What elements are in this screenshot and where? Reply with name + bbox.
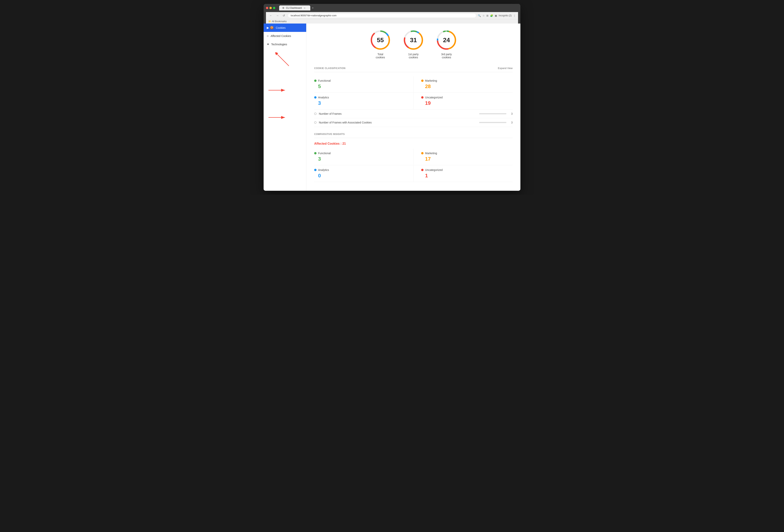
analytics-text: Analytics	[318, 96, 329, 99]
comp-functional-text: Functional	[318, 152, 331, 155]
total-cookies-circle: 55	[370, 29, 391, 51]
main-content: 55 Totalcookies	[306, 24, 521, 191]
bookmarks-bar: 📁 All Bookmarks	[266, 19, 518, 24]
sidebar-item-affected-cookies[interactable]: ○ Affected Cookies	[263, 32, 306, 40]
frames-1-value: 3	[509, 112, 513, 115]
menu-icon[interactable]: ⋮	[513, 14, 516, 17]
comparative-grid: Functional 3 Marketing 17	[314, 149, 513, 182]
affected-cookies-icon: ○	[267, 34, 269, 38]
marketing-value: 28	[421, 83, 513, 89]
forward-button[interactable]: →	[275, 13, 280, 18]
back-button[interactable]: ←	[268, 13, 273, 18]
uncategorized-dot	[421, 96, 423, 98]
browser-window: ⚙ CLI Dashboard ✕ + ← → ↺ localhost:9000…	[263, 4, 521, 191]
browser-chrome: ⚙ CLI Dashboard ✕ + ← → ↺ localhost:9000…	[263, 4, 521, 24]
comp-analytics-value: 0	[314, 173, 405, 179]
comp-analytics: Analytics 0	[314, 165, 413, 182]
functional-dot	[314, 80, 316, 82]
expand-view-button[interactable]: Expand View	[498, 67, 513, 69]
cookies-icon: ▶ 🍪	[267, 26, 274, 30]
uncategorized-text: Uncategorized	[425, 96, 443, 99]
sidebar-item-technologies[interactable]: ✦ Technologies	[263, 40, 306, 49]
screenshot-icon[interactable]: ⊞	[486, 14, 488, 17]
sidebar-item-technologies-label: Technologies	[271, 43, 287, 46]
sidebar-item-affected-cookies-label: Affected Cookies	[271, 34, 291, 37]
marketing-dot	[421, 80, 423, 82]
frames-1-dot	[314, 113, 316, 115]
functional-label: Functional	[314, 79, 405, 82]
svg-line-1	[277, 54, 289, 66]
comp-marketing-value: 17	[421, 156, 513, 162]
fullscreen-button[interactable]	[273, 7, 275, 9]
affected-cookies-label: Affected Cookies : 21	[314, 142, 513, 145]
analytics-dot	[314, 96, 316, 98]
arrow-up-left	[275, 52, 291, 68]
uncategorized-value: 19	[421, 100, 513, 106]
toolbar-actions: 🔍 ☆ ⊞ 🧩 ▣ Incognito (2) ⋮	[478, 14, 516, 17]
classification-header: COOKIE CLASSIFICATION Expand View	[314, 67, 513, 72]
comp-uncategorized: Uncategorized 1	[413, 165, 513, 182]
browser-toolbar: ← → ↺ localhost:9000/?dir=nationalgeogra…	[266, 12, 518, 19]
zoom-icon[interactable]: 🔍	[478, 14, 481, 17]
comp-analytics-label: Analytics	[314, 168, 405, 172]
comparative-title: COMPARATIVE INSIGHTS	[314, 133, 345, 136]
arrow-right-1	[268, 87, 287, 93]
active-tab[interactable]: ⚙ CLI Dashboard ✕	[279, 5, 310, 10]
analytics-label: Analytics	[314, 96, 405, 99]
stat-third-party: 24 3rd partycookies	[436, 29, 457, 59]
functional-text: Functional	[318, 79, 331, 82]
total-cookies-value: 55	[377, 36, 384, 44]
comp-uncategorized-label: Uncategorized	[421, 168, 513, 172]
tab-title: CLI Dashboard	[286, 7, 302, 9]
minimize-button[interactable]	[270, 7, 272, 9]
extensions-icon[interactable]: 🧩	[490, 14, 493, 17]
comp-uncategorized-value: 1	[421, 173, 513, 179]
third-party-circle: 24	[436, 29, 457, 51]
sidebar-item-cookies[interactable]: ▶ 🍪 Cookies	[263, 24, 306, 32]
third-party-value: 24	[443, 36, 450, 44]
bookmark-star-icon[interactable]: ☆	[482, 14, 485, 17]
first-party-circle: 31	[403, 29, 424, 51]
third-party-label: 3rd partycookies	[436, 53, 457, 59]
sidebar-toggle-icon[interactable]: ▣	[495, 14, 497, 17]
technologies-icon: ✦	[267, 42, 269, 46]
refresh-button[interactable]: ↺	[281, 13, 286, 18]
comp-marketing: Marketing 17	[413, 149, 513, 165]
classification-marketing: Marketing 28	[413, 76, 513, 93]
frames-1-label: Number of Frames	[319, 112, 477, 115]
comparative-header: COMPARATIVE INSIGHTS	[314, 133, 513, 138]
arrow-right-2	[268, 115, 287, 120]
comp-marketing-dot	[421, 152, 423, 154]
comp-analytics-text: Analytics	[318, 168, 329, 172]
first-party-value: 31	[410, 36, 417, 44]
bookmarks-label: All Bookmarks	[272, 20, 287, 23]
classification-functional: Functional 5	[314, 76, 413, 93]
comp-functional-label: Functional	[314, 152, 405, 155]
stat-first-party: 31 1st partycookies	[403, 29, 424, 59]
tab-bar: ⚙ CLI Dashboard ✕ +	[279, 5, 513, 10]
frames-2-value: 3	[509, 121, 513, 124]
stat-total-cookies: 55 Totalcookies	[370, 29, 391, 59]
marketing-text: Marketing	[425, 79, 437, 82]
analytics-value: 3	[314, 100, 405, 106]
comp-analytics-dot	[314, 169, 316, 171]
tab-close-button[interactable]: ✕	[303, 7, 306, 9]
frames-row-2: Number of Frames with Associated Cookies…	[314, 118, 513, 127]
incognito-label: Incognito (2)	[499, 14, 512, 17]
app-container: ▶ 🍪 Cookies ○ Affected Cookies ✦ Technol…	[263, 24, 521, 191]
address-bar[interactable]: localhost:9000/?dir=nationalgeographic-c…	[288, 13, 476, 18]
frames-row-1: Number of Frames 3	[314, 110, 513, 118]
comp-functional-dot	[314, 152, 316, 154]
sidebar-item-cookies-label: Cookies	[276, 26, 286, 29]
new-tab-button[interactable]: +	[310, 5, 315, 10]
tab-icon: ⚙	[282, 7, 284, 9]
classification-analytics: Analytics 3	[314, 93, 413, 110]
close-button[interactable]	[266, 7, 268, 9]
comp-uncategorized-dot	[421, 169, 423, 171]
arrow-area	[263, 49, 306, 126]
frames-1-bar	[479, 113, 506, 114]
comp-marketing-label: Marketing	[421, 152, 513, 155]
marketing-label: Marketing	[421, 79, 513, 82]
functional-value: 5	[314, 83, 405, 89]
cookie-classification-section: COOKIE CLASSIFICATION Expand View Functi…	[314, 67, 513, 127]
